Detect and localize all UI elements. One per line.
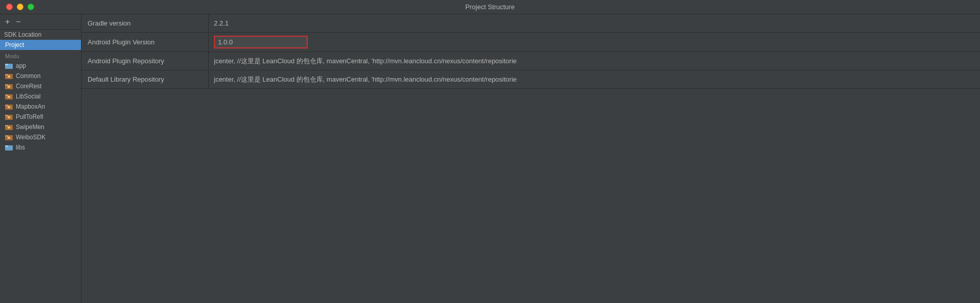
folder-icon-libs xyxy=(5,144,13,151)
sidebar-item-pulltoref[interactable]: PullToRefi xyxy=(0,112,81,122)
svg-rect-19 xyxy=(8,127,10,129)
folder-module-icon-5 xyxy=(5,113,13,120)
sidebar-item-swipemen[interactable]: SwipeMen xyxy=(0,122,81,132)
sidebar-item-common[interactable]: Common xyxy=(0,71,81,81)
folder-module-icon-3 xyxy=(5,93,13,100)
svg-rect-18 xyxy=(5,125,8,127)
android-plugin-version-input[interactable] xyxy=(214,36,308,48)
default-library-repository-row: Default Library Repository jcenter, //这里… xyxy=(81,70,980,89)
add-module-button[interactable]: + xyxy=(4,18,11,26)
default-library-repository-label: Default Library Repository xyxy=(81,70,209,88)
close-button[interactable] xyxy=(6,4,13,10)
sidebar-item-mapboxan[interactable]: MapboxAn xyxy=(0,102,81,112)
sidebar-item-libs[interactable]: libs xyxy=(0,142,81,153)
android-plugin-version-row: Android Plugin Version xyxy=(81,33,980,52)
sidebar-item-weibosdk[interactable]: WeiboSDK xyxy=(0,132,81,142)
maximize-button[interactable] xyxy=(28,4,34,10)
properties-table: Gradle version 2.2.1 Android Plugin Vers… xyxy=(81,14,980,89)
sidebar-item-project[interactable]: Project xyxy=(0,40,81,50)
folder-module-icon-6 xyxy=(5,123,13,131)
svg-rect-6 xyxy=(5,84,8,86)
window-controls xyxy=(6,4,34,10)
sidebar-item-corerest[interactable]: CoreRest xyxy=(0,81,81,91)
sidebar: + − SDK Location Project Modu app xyxy=(0,14,81,303)
android-plugin-repository-label: Android Plugin Repository xyxy=(81,52,209,70)
folder-module-icon-2 xyxy=(5,83,13,90)
folder-module-icon-7 xyxy=(5,134,13,141)
android-plugin-version-label: Android Plugin Version xyxy=(81,33,209,52)
sidebar-item-app[interactable]: app xyxy=(0,61,81,71)
android-plugin-version-value[interactable] xyxy=(209,33,980,52)
gradle-version-value: 2.2.1 xyxy=(209,14,980,32)
svg-rect-21 xyxy=(5,135,8,137)
svg-rect-15 xyxy=(5,115,8,116)
title-bar: Project Structure xyxy=(0,0,980,14)
folder-icon xyxy=(5,62,13,69)
minimize-button[interactable] xyxy=(17,4,23,10)
gradle-version-label: Gradle version xyxy=(81,14,209,32)
svg-rect-13 xyxy=(8,106,10,108)
svg-rect-4 xyxy=(8,75,10,78)
svg-rect-16 xyxy=(8,116,10,118)
svg-rect-24 xyxy=(5,145,8,147)
svg-rect-9 xyxy=(5,94,8,96)
android-plugin-repository-row: Android Plugin Repository jcenter, //这里是… xyxy=(81,52,980,70)
svg-rect-12 xyxy=(5,105,8,106)
sidebar-toolbar: + − xyxy=(0,14,81,30)
remove-module-button[interactable]: − xyxy=(15,18,21,26)
folder-module-icon-4 xyxy=(5,103,13,110)
sidebar-modules-label: Modu xyxy=(0,50,81,61)
android-plugin-repository-value: jcenter, //这里是 LeanCloud 的包仓库, mavenCent… xyxy=(209,52,980,70)
sidebar-item-libsocial[interactable]: LibSocial xyxy=(0,91,81,102)
svg-rect-1 xyxy=(5,64,8,65)
svg-rect-3 xyxy=(5,74,8,75)
svg-rect-10 xyxy=(8,96,10,98)
gradle-version-row: Gradle version 2.2.1 xyxy=(81,14,980,33)
window-title: Project Structure xyxy=(466,3,515,11)
sidebar-item-sdk-location[interactable]: SDK Location xyxy=(0,30,81,40)
main-container: + − SDK Location Project Modu app xyxy=(0,14,980,303)
folder-module-icon xyxy=(5,72,13,80)
default-library-repository-value: jcenter, //这里是 LeanCloud 的包仓库, mavenCent… xyxy=(209,70,980,88)
svg-rect-7 xyxy=(8,86,10,88)
content-area: Gradle version 2.2.1 Android Plugin Vers… xyxy=(81,14,980,303)
svg-rect-22 xyxy=(8,137,10,139)
